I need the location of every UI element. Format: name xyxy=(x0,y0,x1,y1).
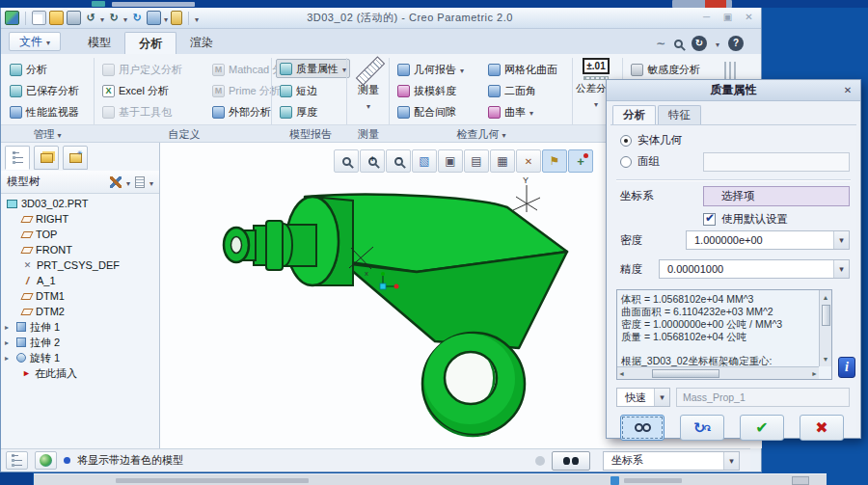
csys-selector-field[interactable]: 选择项 xyxy=(703,186,850,206)
selection-filter[interactable]: 坐标系 xyxy=(603,451,740,471)
group-inspect[interactable]: 检查几何 xyxy=(391,127,572,142)
pairs-clearance-button[interactable]: 配合间隙 xyxy=(394,102,459,121)
tree-item-extrude2[interactable]: 拉伸 2 xyxy=(1,335,159,350)
windows-icon[interactable] xyxy=(147,11,161,25)
density-dropdown-icon[interactable] xyxy=(833,231,849,249)
tab-file[interactable]: 文件 xyxy=(9,32,61,51)
tab-favorites[interactable] xyxy=(63,146,88,170)
search-icon[interactable] xyxy=(674,40,683,48)
ok-button[interactable] xyxy=(740,415,784,441)
mesh-surface-button[interactable]: 网格化曲面 xyxy=(485,60,560,79)
open-file-icon[interactable] xyxy=(49,11,64,25)
minimize-button[interactable] xyxy=(699,12,714,24)
tree-settings-dropdown[interactable] xyxy=(149,176,153,188)
signature-icon[interactable]: ∼ xyxy=(656,37,665,50)
repeat-button[interactable] xyxy=(680,415,724,441)
radio-icon[interactable] xyxy=(620,156,632,168)
redo-icon[interactable]: ↻ xyxy=(107,12,121,24)
tab-folder-browser[interactable] xyxy=(34,146,59,170)
close-button[interactable] xyxy=(742,12,756,24)
solid-geometry-radio[interactable]: 实体几何 xyxy=(620,133,682,148)
save-icon[interactable] xyxy=(67,11,81,25)
tree-item-dtm1[interactable]: DTM1 xyxy=(1,288,159,304)
results-text-area[interactable]: 体积 = 1.0568102e+04 MM^3 曲面面积 = 6.1104232… xyxy=(616,289,832,380)
annotation-display-button[interactable] xyxy=(542,149,567,173)
find-button[interactable] xyxy=(552,451,590,471)
quick-combo[interactable]: 快速 xyxy=(616,388,670,407)
saved-orientations-button[interactable] xyxy=(464,149,489,173)
tree-tools-dropdown[interactable] xyxy=(126,176,130,188)
info-button[interactable] xyxy=(838,357,855,378)
expand-icon[interactable] xyxy=(5,354,13,363)
model-ring-hole[interactable] xyxy=(445,352,497,404)
sync-icon[interactable] xyxy=(692,36,707,51)
tree-root[interactable]: 3D03_02.PRT xyxy=(1,196,159,211)
sensitivity-analysis-button[interactable]: 敏感度分析 xyxy=(628,60,703,79)
dialog-tab-analysis[interactable]: 分析 xyxy=(612,105,656,124)
sync-dropdown[interactable] xyxy=(716,38,719,49)
tree-item-extrude1[interactable]: 拉伸 1 xyxy=(1,319,159,335)
tree-item-axis[interactable]: A_1 xyxy=(1,273,159,288)
spin-center-button[interactable] xyxy=(568,149,593,173)
zoom-out-button[interactable] xyxy=(386,149,411,173)
model-arm-front-face[interactable] xyxy=(343,252,567,348)
tab-model-tree[interactable] xyxy=(5,146,30,170)
redo-dropdown[interactable] xyxy=(123,13,127,24)
tab-model[interactable]: 模型 xyxy=(74,32,124,54)
geometry-report-button[interactable]: 几何报告 xyxy=(394,60,467,79)
dialog-tab-feature[interactable]: 特征 xyxy=(658,105,701,124)
repaint-button[interactable] xyxy=(412,149,437,173)
view-manager-button[interactable] xyxy=(490,149,515,173)
filter-dropdown-icon[interactable] xyxy=(723,452,739,470)
display-style-button[interactable] xyxy=(438,149,463,173)
windows-dropdown[interactable] xyxy=(164,13,168,24)
zoom-fit-button[interactable] xyxy=(334,149,359,173)
quilt-radio[interactable]: 面组 xyxy=(620,154,660,169)
dihedral-angle-button[interactable]: 二面角 xyxy=(485,81,539,100)
results-hscrollbar[interactable]: ◄► xyxy=(617,366,819,379)
measure-button[interactable]: 测量 xyxy=(348,58,389,111)
tree-item-right[interactable]: RIGHT xyxy=(1,211,159,227)
draft-check-button[interactable]: 拔模斜度 xyxy=(394,81,459,100)
performance-monitor-button[interactable]: 性能监视器 xyxy=(7,102,82,121)
toggle-browser-button[interactable] xyxy=(35,451,57,470)
preview-button[interactable] xyxy=(620,415,665,441)
undo-icon[interactable]: ↺ xyxy=(84,12,97,24)
mass-properties-button[interactable]: 质量属性 xyxy=(276,59,350,78)
tree-item-top[interactable]: TOP xyxy=(1,227,159,242)
saved-analyses-button[interactable]: 已保存分析 xyxy=(7,81,82,100)
datum-display-button[interactable] xyxy=(516,149,541,173)
expand-icon[interactable] xyxy=(5,323,13,332)
tree-item-dtm2[interactable]: DTM2 xyxy=(1,304,159,319)
tab-render[interactable]: 渲染 xyxy=(176,32,227,54)
radio-icon[interactable] xyxy=(620,135,632,147)
tab-analysis[interactable]: 分析 xyxy=(124,32,176,54)
analysis-button[interactable]: 分析 xyxy=(7,60,50,79)
group-manage[interactable]: 管理 xyxy=(1,127,94,142)
dialog-title-bar[interactable]: 质量属性 xyxy=(607,80,860,101)
dialog-close-icon[interactable] xyxy=(841,84,854,97)
curvature-button[interactable]: 曲率 xyxy=(485,102,536,121)
tree-settings-icon[interactable] xyxy=(135,176,145,188)
tree-item-front[interactable]: FRONT xyxy=(1,242,159,257)
regenerate-icon[interactable]: ↻ xyxy=(130,12,144,24)
zoom-in-button[interactable] xyxy=(360,149,385,173)
density-combo[interactable]: 1.000000e+00 xyxy=(686,230,850,250)
tree-item-csys[interactable]: PRT_CSYS_DEF xyxy=(1,257,159,273)
results-vscrollbar[interactable]: ▲▼ xyxy=(819,290,831,366)
thickness-button[interactable]: 厚度 xyxy=(277,102,320,121)
use-default-checkbox[interactable]: 使用默认设置 xyxy=(703,212,788,227)
toggle-tree-button[interactable] xyxy=(6,451,28,470)
cancel-button[interactable] xyxy=(800,415,844,441)
analysis-name-field[interactable]: Mass_Prop_1 xyxy=(676,388,850,407)
excel-analysis-button[interactable]: XExcel 分析 xyxy=(99,81,172,100)
accuracy-combo[interactable]: 0.00001000 xyxy=(659,259,850,279)
tree-item-revolve1[interactable]: 旋转 1 xyxy=(1,350,159,365)
accuracy-dropdown-icon[interactable] xyxy=(833,260,849,278)
maximize-button[interactable] xyxy=(720,12,735,24)
checkbox-icon[interactable] xyxy=(703,213,716,226)
quilt-field[interactable] xyxy=(703,152,850,172)
new-file-icon[interactable] xyxy=(32,11,46,25)
tree-item-insert-here[interactable]: 在此插入 xyxy=(1,365,159,381)
short-edge-button[interactable]: 短边 xyxy=(277,81,320,100)
